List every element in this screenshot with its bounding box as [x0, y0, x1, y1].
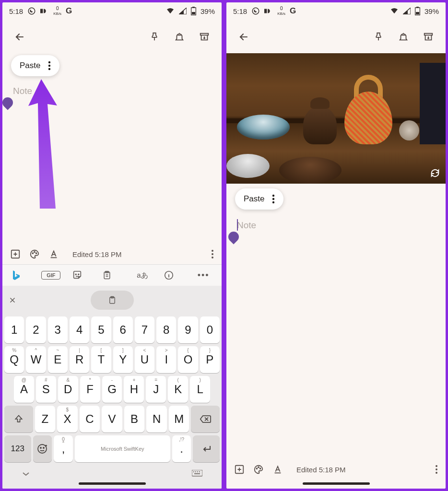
key-5[interactable]: 5 [91, 316, 111, 343]
key-8[interactable]: 8 [156, 316, 176, 343]
key-i[interactable]: >I [156, 346, 176, 373]
more-vert-icon[interactable] [272, 194, 275, 204]
pin-button[interactable] [144, 26, 165, 47]
key-4[interactable]: 4 [70, 316, 89, 343]
note-body[interactable]: Note [2, 83, 222, 96]
translate-button[interactable]: aあ [133, 271, 152, 280]
key-c[interactable]: C [80, 406, 100, 433]
key-f[interactable]: *F [80, 376, 100, 403]
clipboard-suggestion[interactable] [91, 291, 134, 310]
key-a[interactable]: @A [14, 376, 34, 403]
key-emoji[interactable] [33, 435, 52, 462]
key-shift[interactable] [4, 406, 33, 433]
key-w[interactable]: ^W [26, 346, 46, 373]
svg-rect-28 [195, 471, 196, 472]
back-button[interactable] [9, 26, 30, 47]
wifi-icon [390, 8, 399, 14]
svg-point-25 [43, 447, 44, 448]
key-7[interactable]: 7 [135, 316, 154, 343]
key-b[interactable]: B [124, 406, 145, 433]
dismiss-suggestion-button[interactable] [8, 296, 17, 304]
key-comma[interactable]: , [54, 435, 73, 462]
paste-label[interactable]: Paste [20, 61, 40, 70]
key-g[interactable]: -G [102, 376, 122, 403]
battery-icon [191, 7, 196, 15]
svg-point-38 [272, 195, 274, 197]
gesture-pill[interactable] [303, 482, 370, 485]
key-3[interactable]: 3 [48, 316, 68, 343]
key-row-q: %Q ^W ~E |R [T ]Y <U >I {O }P [4, 346, 220, 373]
key-symbols[interactable]: 123 [4, 435, 31, 462]
sync-icon[interactable] [428, 166, 442, 180]
svg-point-7 [48, 65, 50, 67]
pin-button[interactable] [368, 26, 389, 47]
svg-rect-31 [194, 473, 200, 474]
archive-button[interactable] [194, 26, 215, 47]
key-9[interactable]: 9 [178, 316, 198, 343]
key-l[interactable]: )L [190, 376, 210, 403]
key-z[interactable]: Z [35, 406, 56, 433]
key-o[interactable]: {O [178, 346, 198, 373]
reminder-button[interactable] [169, 26, 190, 47]
svg-point-13 [212, 250, 213, 252]
key-j[interactable]: =J [146, 376, 166, 403]
key-s[interactable]: #S [36, 376, 56, 403]
add-content-button[interactable] [234, 464, 245, 475]
more-vert-icon[interactable] [48, 61, 51, 70]
svg-point-6 [48, 61, 50, 63]
key-n[interactable]: N [146, 406, 167, 433]
key-v[interactable]: V [102, 406, 122, 433]
key-k[interactable]: (K [168, 376, 188, 403]
key-m[interactable]: M [169, 406, 189, 433]
keyboard-hide-button[interactable] [22, 471, 30, 477]
paste-label[interactable]: Paste [244, 194, 264, 204]
key-q[interactable]: %Q [4, 346, 24, 373]
overflow-menu-button[interactable] [435, 465, 438, 474]
text-format-button[interactable] [272, 464, 283, 475]
paste-menu[interactable]: Paste [11, 55, 59, 76]
key-u[interactable]: <U [135, 346, 154, 373]
add-content-button[interactable] [10, 249, 21, 259]
signal-icon [403, 8, 411, 14]
key-2[interactable]: 2 [26, 316, 46, 343]
key-backspace[interactable] [191, 406, 220, 433]
soft-keyboard[interactable]: GIF aあ ••• 1 2 3 4 5 6 7 8 9 [2, 264, 222, 489]
key-t[interactable]: [T [91, 346, 111, 373]
sticker-button[interactable] [72, 270, 91, 281]
archive-button[interactable] [418, 26, 439, 47]
key-r[interactable]: |R [70, 346, 89, 373]
key-6[interactable]: 6 [113, 316, 133, 343]
keyboard-switch-button[interactable] [192, 470, 202, 478]
key-e[interactable]: ~E [48, 346, 68, 373]
paste-menu[interactable]: Paste [235, 188, 283, 210]
key-space[interactable]: Microsoft SwiftKey [75, 435, 170, 462]
key-0[interactable]: 0 [200, 316, 220, 343]
back-button[interactable] [233, 26, 254, 47]
key-y[interactable]: ]Y [113, 346, 133, 373]
key-enter[interactable] [193, 435, 220, 462]
palette-button[interactable] [253, 464, 264, 475]
key-d[interactable]: &D [58, 376, 78, 403]
key-h[interactable]: +H [124, 376, 144, 403]
clipboard-button[interactable] [102, 270, 121, 281]
svg-point-24 [40, 447, 41, 448]
overflow-menu-button[interactable] [211, 249, 214, 259]
toolbar-more-button[interactable]: ••• [194, 270, 213, 281]
info-button[interactable] [164, 270, 183, 281]
key-period[interactable]: ,!?. [172, 435, 191, 462]
palette-button[interactable] [29, 249, 40, 259]
note-image[interactable] [226, 53, 446, 184]
svg-rect-33 [264, 9, 267, 13]
key-x[interactable]: $X [57, 406, 78, 433]
key-p[interactable]: }P [200, 346, 220, 373]
note-body[interactable]: Note [226, 217, 446, 231]
svg-rect-37 [424, 34, 433, 35]
reminder-button[interactable] [393, 26, 414, 47]
gif-button[interactable]: GIF [41, 271, 60, 280]
nav-bar [2, 466, 222, 479]
key-1[interactable]: 1 [4, 316, 24, 343]
note-placeholder: Note [237, 217, 435, 231]
text-format-button[interactable] [48, 249, 59, 259]
gesture-pill[interactable] [79, 482, 146, 485]
bing-icon[interactable] [11, 269, 30, 281]
